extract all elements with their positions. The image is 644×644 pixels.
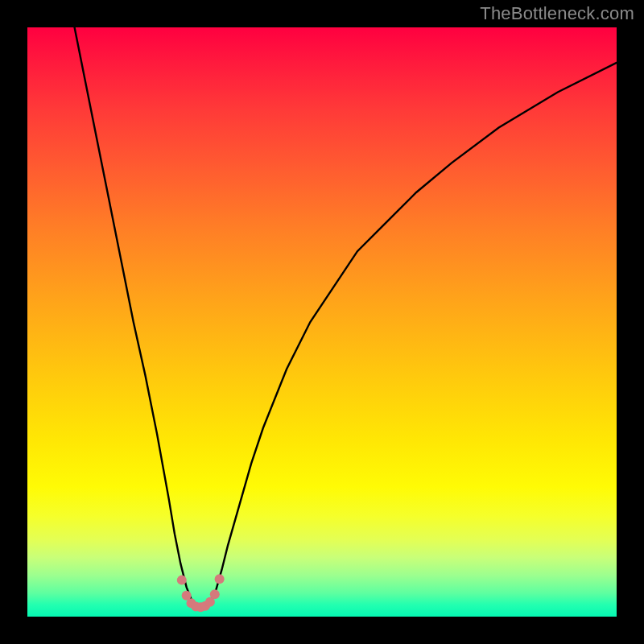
trough-markers — [177, 574, 225, 612]
plot-area — [27, 27, 617, 617]
chart-svg — [27, 27, 617, 617]
watermark-text: TheBottleneck.com — [480, 3, 634, 24]
trough-marker — [210, 589, 220, 599]
trough-marker — [177, 576, 187, 585]
bottleneck-curve — [75, 27, 617, 607]
chart-frame: TheBottleneck.com — [0, 0, 644, 644]
trough-marker — [215, 574, 225, 584]
